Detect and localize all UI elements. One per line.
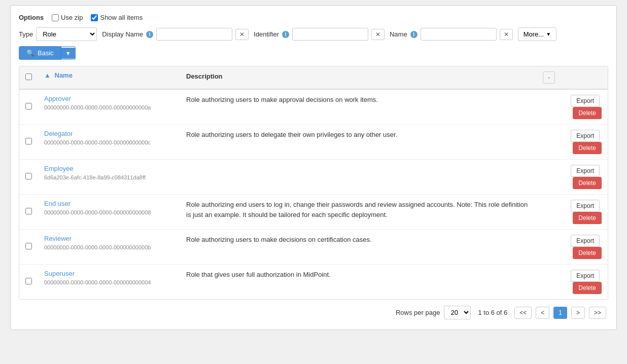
row-name-col: End user 00000000-0000-0000-0000-0000000… (38, 195, 180, 230)
row-checkbox-col (19, 230, 38, 265)
identifier-info-icon[interactable]: i (282, 31, 289, 38)
identifier-filter-group: Identifier i ✕ (254, 28, 385, 41)
export-button[interactable]: Export (571, 165, 600, 177)
first-page-button[interactable]: << (514, 307, 532, 319)
use-zip-label[interactable]: Use zip (52, 14, 83, 21)
export-button[interactable]: Export (571, 95, 600, 107)
row-checkbox-col (19, 160, 38, 195)
row-checkbox-col (19, 265, 38, 300)
next-page-button[interactable]: > (571, 307, 585, 319)
basic-search-dropdown-button[interactable]: ▼ (61, 48, 75, 59)
identifier-input[interactable] (292, 28, 368, 41)
type-label: Type (19, 30, 33, 38)
delete-button[interactable]: Delete (573, 107, 602, 119)
row-description-col: Role authorizing end users to log in, ch… (180, 195, 537, 230)
rows-per-page-select[interactable]: 20 10 50 (444, 306, 471, 319)
row-actions-col: Export Delete (537, 265, 608, 300)
description-column-header: Description (180, 66, 537, 89)
roles-table-container: ▲ Name Description - Approver 00000000-0… (19, 66, 608, 300)
select-all-col (19, 66, 38, 89)
role-name-link[interactable]: Superuser (44, 270, 174, 277)
table-row: Reviewer 00000000-0000-0000-0000-0000000… (19, 230, 608, 265)
name-filter-group: Name i ✕ (390, 28, 513, 41)
name-info-icon[interactable]: i (410, 31, 417, 38)
basic-search-btn-group: 🔍 Basic ▼ (19, 46, 76, 60)
table-body: Approver 00000000-0000-0000-0000-0000000… (19, 89, 608, 299)
table-row: Delegator 00000000-0000-0000-0000-000000… (19, 125, 608, 160)
role-id: 00000000-0000-0000-0000-000000000004 (44, 279, 151, 285)
use-zip-checkbox[interactable] (52, 14, 59, 21)
row-description-col: Role authorizing users to delegate their… (180, 125, 537, 160)
row-checkbox[interactable] (25, 278, 32, 284)
delete-button[interactable]: Delete (573, 282, 602, 294)
last-page-button[interactable]: >> (589, 307, 606, 319)
row-description-col: Role authorizing users to make decisions… (180, 230, 537, 265)
row-checkbox[interactable] (25, 173, 32, 179)
row-checkbox[interactable] (25, 138, 32, 144)
export-button[interactable]: Export (571, 200, 600, 212)
row-name-col: Delegator 00000000-0000-0000-0000-000000… (38, 125, 180, 160)
delete-button[interactable]: Delete (573, 212, 602, 224)
row-checkbox[interactable] (25, 208, 32, 214)
export-button[interactable]: Export (571, 130, 600, 142)
filter-row: Type Role User Org Display Name i ✕ Iden… (19, 27, 608, 60)
role-name-link[interactable]: Employee (44, 165, 174, 172)
display-name-filter-group: Display Name i ✕ (102, 28, 249, 41)
current-page-button[interactable]: 1 (553, 307, 567, 319)
row-actions-col: Export Delete (537, 89, 608, 125)
name-column-header[interactable]: ▲ Name (38, 66, 180, 89)
delete-button[interactable]: Delete (573, 142, 602, 154)
table-header-row: ▲ Name Description - (19, 66, 608, 89)
delete-button[interactable]: Delete (573, 247, 602, 259)
role-name-link[interactable]: Delegator (44, 130, 174, 137)
role-id: 00000000-0000-0000-0000-00000000000c (44, 139, 151, 145)
roles-table: ▲ Name Description - Approver 00000000-0… (19, 66, 608, 299)
basic-search-button[interactable]: 🔍 Basic (19, 47, 61, 59)
row-actions-col: Export Delete (537, 125, 608, 160)
show-all-items-checkbox[interactable] (91, 14, 98, 21)
role-name-link[interactable]: End user (44, 200, 174, 207)
type-select[interactable]: Role User Org (36, 27, 97, 41)
delete-button[interactable]: Delete (573, 177, 602, 189)
pagination-row: Rows per page 20 10 50 1 to 6 of 6 << < … (19, 300, 608, 321)
role-id: 00000000-0000-0000-0000-000000000008 (44, 209, 151, 215)
export-button[interactable]: Export (571, 235, 600, 247)
row-checkbox[interactable] (25, 243, 32, 249)
row-checkbox-col (19, 89, 38, 125)
identifier-label: Identifier (254, 30, 279, 38)
page-info: 1 to 6 of 6 (478, 309, 507, 316)
row-name-col: Superuser 00000000-0000-0000-0000-000000… (38, 265, 180, 300)
table-row: End user 00000000-0000-0000-0000-0000000… (19, 195, 608, 230)
more-button[interactable]: More... ▼ (518, 27, 556, 41)
show-all-items-label[interactable]: Show all items (91, 14, 143, 21)
table-row: Superuser 00000000-0000-0000-0000-000000… (19, 265, 608, 300)
row-description-col: Role authorizing users to make approval … (180, 89, 537, 125)
role-id: 00000000-0000-0000-0000-00000000000b (44, 244, 151, 250)
name-label: Name (390, 30, 407, 38)
prev-page-button[interactable]: < (536, 307, 549, 319)
identifier-clear-button[interactable]: ✕ (371, 29, 385, 40)
table-row: Approver 00000000-0000-0000-0000-0000000… (19, 89, 608, 125)
row-description-col: Role that gives user full authorization … (180, 265, 537, 300)
options-label: Options (19, 14, 44, 21)
role-name-link[interactable]: Reviewer (44, 235, 174, 242)
row-name-col: Reviewer 00000000-0000-0000-0000-0000000… (38, 230, 180, 265)
name-input[interactable] (421, 28, 497, 41)
display-name-label: Display Name (102, 30, 143, 38)
role-id: 6d6a203e-6afc-418e-8a99-c084311da8ff (44, 174, 146, 180)
options-row: Options Use zip Show all items (19, 14, 608, 21)
name-clear-button[interactable]: ✕ (500, 29, 513, 40)
column-settings-button[interactable]: - (543, 71, 555, 84)
export-button[interactable]: Export (571, 270, 600, 282)
display-name-info-icon[interactable]: i (146, 31, 153, 38)
display-name-input[interactable] (156, 28, 232, 41)
row-checkbox-col (19, 195, 38, 230)
settings-column-header: - (537, 66, 608, 89)
display-name-clear-button[interactable]: ✕ (235, 29, 249, 40)
sort-arrow-icon: ▲ (44, 71, 51, 79)
select-all-checkbox[interactable] (25, 74, 32, 80)
row-actions-col: Export Delete (537, 195, 608, 230)
more-chevron-icon: ▼ (546, 31, 551, 37)
role-name-link[interactable]: Approver (44, 95, 174, 102)
row-checkbox[interactable] (25, 103, 32, 110)
